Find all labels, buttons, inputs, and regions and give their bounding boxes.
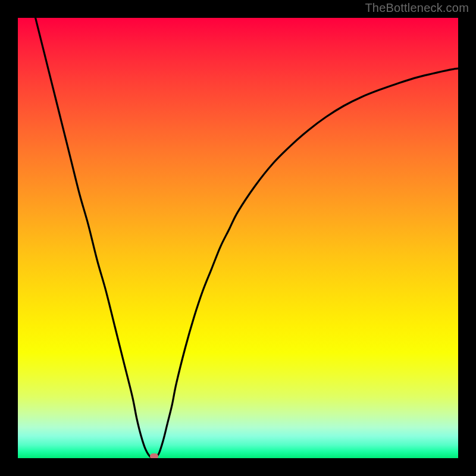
chart-curve bbox=[18, 18, 458, 458]
chart-plot-area bbox=[18, 18, 458, 458]
minimum-marker bbox=[150, 453, 158, 458]
watermark-text: TheBottleneck.com bbox=[365, 1, 469, 15]
